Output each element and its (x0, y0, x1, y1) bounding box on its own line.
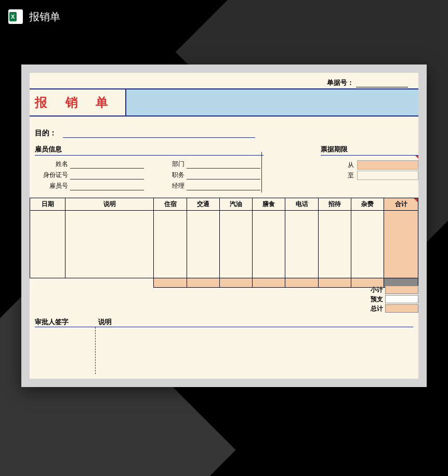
purpose-input-line[interactable] (63, 137, 255, 138)
document-frame: 单据号： 报 销 单 目的： 雇员信息 姓名 部门 (21, 65, 427, 387)
label-position: 职务 (154, 171, 185, 179)
cell-misc[interactable] (351, 211, 384, 278)
excel-icon (8, 9, 23, 24)
th-date: 日期 (30, 198, 65, 211)
label-dept: 部门 (154, 160, 185, 169)
period-to-row: 至 (326, 170, 418, 181)
receipt-number-input-line[interactable] (356, 87, 408, 87)
th-phone: 电话 (285, 198, 318, 211)
input-period-to[interactable] (357, 171, 418, 180)
period-corner-marker (415, 156, 418, 160)
form-title: 报 销 单 (35, 94, 115, 111)
label-idcard: 身份证号 (38, 171, 68, 179)
approver-signature-title: 审批人签字 (35, 317, 95, 327)
field-empno: 雇员号 (38, 182, 144, 190)
input-name[interactable] (70, 161, 144, 169)
input-manager[interactable] (187, 183, 260, 190)
summary-section: 小计 预支 总计 (356, 285, 418, 313)
cell-fuel[interactable] (219, 211, 252, 278)
expense-form: 单据号： 报 销 单 目的： 雇员信息 姓名 部门 (30, 73, 418, 379)
sum-entertain (318, 278, 351, 288)
approver-section: 审批人签字 说明 (35, 317, 413, 374)
th-desc: 说明 (65, 198, 154, 211)
label-empno: 雇员号 (38, 182, 68, 190)
sum-meals (253, 278, 285, 288)
input-period-from[interactable] (357, 160, 418, 170)
th-meals: 膳食 (253, 198, 285, 211)
employee-section-title: 雇员信息 (35, 145, 263, 156)
sum-phone (285, 278, 318, 288)
value-subtotal (385, 286, 418, 294)
th-fuel: 汽油 (219, 198, 252, 211)
expense-table: 日期 说明 住宿 交通 汽油 膳食 电话 招待 杂费 合计 (30, 198, 418, 288)
approver-notes-title: 说明 (95, 317, 413, 327)
label-grandtotal: 总计 (356, 304, 385, 313)
form-title-box: 报 销 单 (30, 89, 126, 117)
cell-transport[interactable] (187, 211, 219, 278)
input-position[interactable] (187, 172, 260, 179)
cell-total (384, 211, 418, 278)
app-header: 报销单 (0, 0, 448, 33)
cell-date[interactable] (30, 211, 65, 278)
input-idcard[interactable] (70, 172, 144, 179)
input-dept[interactable] (187, 161, 260, 169)
receipt-number-field: 单据号： (327, 78, 408, 87)
totals-spacer (30, 278, 154, 288)
sum-transport (187, 278, 219, 288)
value-grandtotal (385, 304, 418, 313)
cell-desc[interactable] (65, 211, 154, 278)
th-lodging: 住宿 (154, 198, 187, 211)
expense-table-section: 日期 说明 住宿 交通 汽油 膳食 电话 招待 杂费 合计 (30, 198, 418, 288)
th-transport: 交通 (187, 198, 219, 211)
label-to: 至 (326, 171, 357, 180)
approver-body[interactable] (35, 327, 413, 374)
input-empno[interactable] (70, 183, 144, 190)
period-from-row: 从 (326, 160, 418, 170)
field-position: 职务 (154, 171, 260, 179)
purpose-label: 目的： (35, 128, 57, 138)
employee-info-section: 雇员信息 姓名 部门 身份证号 职务 (35, 145, 263, 190)
sum-lodging (154, 278, 187, 288)
approver-divider (95, 327, 96, 374)
cell-lodging[interactable] (154, 211, 187, 278)
title-band (126, 89, 418, 117)
cell-entertain[interactable] (318, 211, 351, 278)
file-title: 报销单 (29, 10, 60, 24)
th-misc: 杂费 (351, 198, 384, 211)
row-advance: 预支 (356, 294, 418, 304)
sum-fuel (219, 278, 252, 288)
cell-meals[interactable] (253, 211, 285, 278)
row-subtotal: 小计 (356, 285, 418, 294)
field-manager: 经理 (154, 182, 260, 190)
cell-phone[interactable] (285, 211, 318, 278)
row-grandtotal: 总计 (356, 304, 418, 313)
purpose-row: 目的： (35, 128, 408, 138)
label-subtotal: 小计 (356, 286, 385, 294)
field-idcard: 身份证号 (38, 171, 144, 179)
receipt-period-section: 票据期限 从 至 (321, 145, 418, 181)
label-from: 从 (326, 161, 357, 170)
th-entertain: 招待 (318, 198, 351, 211)
employee-section-divider (261, 152, 262, 192)
label-advance: 预支 (356, 295, 385, 304)
th-total: 合计 (384, 198, 418, 211)
label-manager: 经理 (154, 182, 185, 190)
table-row (30, 211, 418, 278)
receipt-number-label: 单据号： (327, 79, 354, 86)
value-advance[interactable] (385, 295, 418, 303)
field-dept: 部门 (154, 160, 260, 169)
period-section-title: 票据期限 (321, 145, 418, 156)
field-name: 姓名 (38, 160, 144, 169)
label-name: 姓名 (38, 160, 68, 169)
table-header-row: 日期 说明 住宿 交通 汽油 膳食 电话 招待 杂费 合计 (30, 198, 418, 211)
